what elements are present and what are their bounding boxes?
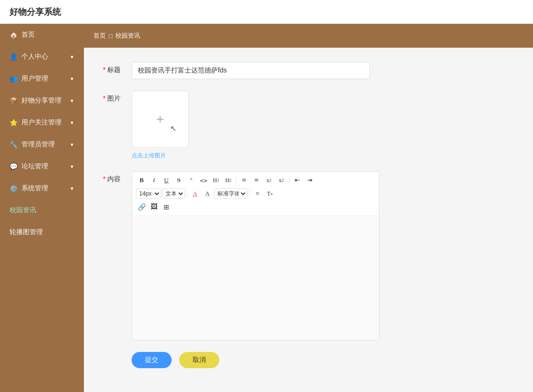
sidebar-item-label: 首页 [21,31,35,39]
underline-button[interactable]: U [161,175,172,186]
font-family-select[interactable]: 标准字体 [214,188,247,199]
subscript-button[interactable]: x2 [263,175,275,186]
sidebar-item-forum-mgmt[interactable]: 💬 论坛管理 ▼ [0,155,84,177]
image-row: 图片 + ↖ 点击上传图片 [103,91,514,160]
separator-2 [289,176,289,185]
font-color-button[interactable]: A [189,188,201,199]
chevron-down-icon: ▼ [70,142,74,147]
chevron-down-icon: ▼ [70,164,74,169]
personal-icon: 👤 [10,53,18,61]
title-input[interactable] [132,62,370,79]
sidebar-item-label: 个人中心 [21,52,48,61]
align-button[interactable]: ≡ [252,188,263,199]
image-upload-placeholder[interactable]: + ↖ [132,91,189,148]
toolbar-row-2: 14px 12px 16px 18px 文本 H1 H2 [136,188,375,199]
content-area: 首页 □ 校园资讯 标题 图片 + ↖ 点击上传图片 [84,24,533,392]
sidebar-item-user-mgmt[interactable]: 👥 用户管理 ▼ [0,68,84,90]
toolbar-row-1: B I U S '' <> H1 H2 ≡ ≡ [136,175,375,186]
editor-toolbar: B I U S '' <> H1 H2 ≡ ≡ [132,172,379,216]
quote-button[interactable]: '' [185,175,197,186]
chevron-down-icon: ▼ [70,186,74,191]
sidebar-item-label: 系统管理 [21,184,48,193]
sidebar-item-goods-mgmt[interactable]: 📦 好物分享管理 ▼ [0,90,84,112]
sidebar-item-label: 用户关注管理 [21,118,62,127]
indent-right-button[interactable]: ⇥ [304,175,315,186]
sidebar-item-label: 管理员管理 [21,140,55,149]
upload-hint[interactable]: 点击上传图片 [132,152,166,160]
follow-icon: ⭐ [10,119,18,126]
forum-icon: 💬 [10,163,18,170]
form-actions: 提交 取消 [103,352,514,368]
chevron-down-icon: ▼ [70,98,74,103]
cursor-indicator: ↖ [170,124,176,133]
separator-3 [187,189,187,198]
home-icon: 🏠 [10,31,18,39]
content-label: 内容 [103,171,132,184]
sidebar-item-follow-mgmt[interactable]: ⭐ 用户关注管理 ▼ [0,112,84,134]
title-label: 标题 [103,62,132,74]
plus-icon: + [156,113,164,126]
breadcrumb-bar: 首页 □ 校园资讯 [84,24,533,48]
italic-button[interactable]: I [148,175,160,186]
editor-wrapper: B I U S '' <> H1 H2 ≡ ≡ [132,171,379,340]
sidebar-item-home[interactable]: 🏠 首页 [0,24,84,46]
chevron-down-icon: ▼ [70,120,74,125]
code-button[interactable]: <> [198,175,209,186]
submit-button[interactable]: 提交 [132,352,172,368]
users-icon: 👥 [10,75,18,83]
sidebar-item-label: 用户管理 [21,74,48,83]
sidebar: 🏠 首页 👤 个人中心 ▼ 👥 用户管理 ▼ 📦 好物分享管理 ▼ ⭐ 用户关注… [0,24,84,392]
main-layout: 🏠 首页 👤 个人中心 ▼ 👥 用户管理 ▼ 📦 好物分享管理 ▼ ⭐ 用户关注… [0,24,533,392]
editor-container: B I U S '' <> H1 H2 ≡ ≡ [132,171,379,340]
sidebar-item-system-mgmt[interactable]: ⚙️ 系统管理 ▼ [0,177,84,199]
image-label: 图片 [103,91,132,103]
clear-format-button[interactable]: Tx [264,188,276,199]
cancel-button[interactable]: 取消 [179,352,219,368]
h2-button[interactable]: H2 [223,175,234,186]
font-bg-color-button[interactable]: A [202,188,213,199]
chevron-down-icon: ▼ [70,76,74,82]
image-insert-button[interactable]: 🖼 [148,201,160,213]
ordered-list-button[interactable]: ≡ [238,175,250,186]
font-size-select[interactable]: 14px 12px 16px 18px [136,188,161,199]
image-upload-area: + ↖ 点击上传图片 [132,91,189,160]
superscript-button[interactable]: x2 [276,175,287,186]
sidebar-item-label: 校园资讯 [10,206,36,215]
chevron-down-icon: ▼ [70,54,74,60]
unordered-list-button[interactable]: ≡ [251,175,262,186]
sidebar-item-admin-mgmt[interactable]: 🔧 管理员管理 ▼ [0,134,84,155]
sidebar-item-carousel[interactable]: 轮播图管理 [0,221,84,243]
bold-button[interactable]: B [136,175,147,186]
separator-4 [249,189,250,198]
breadcrumb-home[interactable]: 首页 [93,31,106,40]
paragraph-type-select[interactable]: 文本 H1 H2 [162,188,185,199]
breadcrumb-separator: □ [109,32,113,40]
link-button[interactable]: 🔗 [136,201,147,213]
strikethrough-button[interactable]: S [173,175,184,186]
sidebar-item-label: 轮播图管理 [10,228,43,237]
form-area: 标题 图片 + ↖ 点击上传图片 内容 [84,48,533,392]
separator-1 [236,176,236,185]
content-row: 内容 B I U S '' <> H1 [103,171,514,340]
toolbar-row-3: 🔗 🖼 ⊞ [136,201,375,213]
h1-button[interactable]: H1 [210,175,222,186]
top-bar: 好物分享系统 [0,0,533,24]
goods-icon: 📦 [10,97,18,104]
admin-icon: 🔧 [10,141,18,148]
sidebar-item-label: 好物分享管理 [21,96,62,105]
app-title: 好物分享系统 [10,6,61,18]
title-row: 标题 [103,62,514,79]
sidebar-item-campus-news[interactable]: 校园资讯 [0,199,84,221]
indent-left-button[interactable]: ⇤ [291,175,303,186]
breadcrumb-current: 校园资讯 [115,31,140,40]
sidebar-item-label: 论坛管理 [21,162,48,171]
system-icon: ⚙️ [10,185,18,192]
sidebar-item-personal[interactable]: 👤 个人中心 ▼ [0,46,84,68]
table-button[interactable]: ⊞ [161,201,172,213]
editor-body[interactable] [132,216,379,340]
